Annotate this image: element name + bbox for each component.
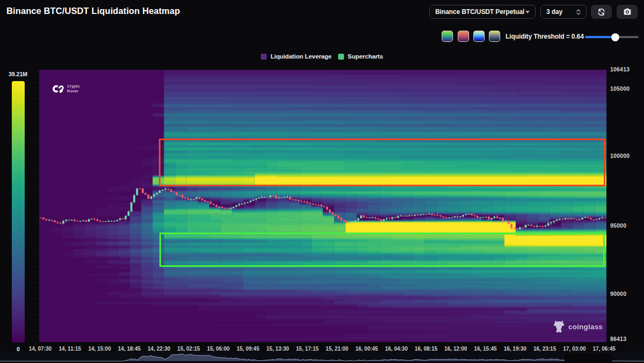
price-tick-label: 100000 <box>610 153 630 159</box>
slider-fill <box>585 36 615 38</box>
stepper-icons <box>576 9 581 15</box>
threshold-label: Liquidity Threshold = 0.64 <box>506 33 584 40</box>
colormap-jet-button[interactable] <box>473 31 485 42</box>
price-tick-label: 86413 <box>610 336 626 342</box>
time-tick-label: 14, 18:45 <box>118 346 141 352</box>
threshold-slider[interactable] <box>585 32 639 42</box>
price-tick-label: 105000 <box>610 85 630 92</box>
y-axis-ticks <box>35 71 39 341</box>
time-tick-label: 16, 23:15 <box>533 346 556 352</box>
time-tick-label: 16, 15:45 <box>474 346 496 352</box>
chevron-up-icon <box>576 9 581 12</box>
time-tick-label: 15, 17:15 <box>296 346 319 352</box>
price-tick-label: 90000 <box>610 291 626 297</box>
page-title: Binance BTC/USDT Liquidation Heatmap <box>6 6 180 16</box>
legend-item-1[interactable]: Supercharts <box>338 53 383 60</box>
screenshot-button[interactable] <box>617 5 638 19</box>
slider-thumb[interactable] <box>611 33 619 41</box>
legend-label: Liquidation Leverage <box>270 53 332 60</box>
crypto-rover-watermark-text: CryptoRover <box>67 84 79 93</box>
time-tick-label: 17, 06:45 <box>593 346 616 352</box>
timeframe-select[interactable]: 3 day <box>540 5 587 19</box>
chevron-down-icon <box>576 12 581 15</box>
legend-label: Supercharts <box>348 53 383 60</box>
chart-legend: Liquidation LeverageSupercharts <box>0 53 644 60</box>
time-tick-label: 16, 12:00 <box>444 346 467 352</box>
colormap-viridis-button[interactable] <box>442 31 453 42</box>
liquidation-heatmap-canvas[interactable] <box>39 70 606 342</box>
refresh-button[interactable] <box>591 5 612 19</box>
time-tick-label: 16, 19:30 <box>504 346 526 352</box>
navigator-minimap[interactable] <box>0 352 644 361</box>
time-tick-label: 15, 13:30 <box>266 346 289 352</box>
colormap-magma-button[interactable] <box>458 31 469 42</box>
symbol-select-value: Binance BTC/USDT Perpetual <box>435 8 524 16</box>
camera-icon <box>623 7 632 17</box>
time-tick-label: 15, 09:45 <box>237 346 259 352</box>
coinglass-bull-icon <box>553 320 565 333</box>
drawing-rect-0[interactable] <box>159 139 605 186</box>
time-tick-label: 14, 22:30 <box>148 346 170 352</box>
time-tick-label: 14, 11:15 <box>58 346 81 352</box>
liquidation-heatmap-app: Binance BTC/USDT Liquidation Heatmap Bin… <box>0 0 644 363</box>
colorbar <box>12 81 25 343</box>
time-tick-label: 14, 07:30 <box>29 346 52 352</box>
coinglass-watermark-text: coinglass <box>568 323 603 331</box>
drawing-rect-1[interactable] <box>159 233 605 267</box>
crypto-rover-logo-icon <box>52 84 64 93</box>
crypto-rover-watermark: CryptoRover <box>52 84 79 93</box>
legend-swatch <box>261 54 267 60</box>
legend-swatch <box>338 54 344 60</box>
symbol-select[interactable]: Binance BTC/USDT Perpetual <box>429 5 536 19</box>
chevron-down-icon <box>525 11 530 13</box>
time-tick-label: 14, 15:00 <box>88 346 111 352</box>
time-tick-label: 15, 06:00 <box>207 346 230 352</box>
legend-item-0[interactable]: Liquidation Leverage <box>261 53 332 60</box>
price-tick-label: 106413 <box>610 66 630 72</box>
colorbar-max-label: 39.21M <box>5 71 31 77</box>
coinglass-watermark: coinglass <box>553 320 603 333</box>
time-tick-label: 16, 04:30 <box>385 346 407 352</box>
timeframe-select-value: 3 day <box>546 8 562 16</box>
price-tick-label: 95000 <box>610 222 626 229</box>
time-tick-label: 16, 00:45 <box>355 346 378 352</box>
time-tick-label: 15, 02:15 <box>177 346 200 352</box>
time-tick-label: 16, 08:15 <box>415 346 437 352</box>
time-tick-label: 15, 21:00 <box>326 346 348 352</box>
time-tick-label: 17, 03:00 <box>563 346 586 352</box>
refresh-icon <box>596 7 606 17</box>
colormap-cividis-button[interactable] <box>489 31 500 42</box>
